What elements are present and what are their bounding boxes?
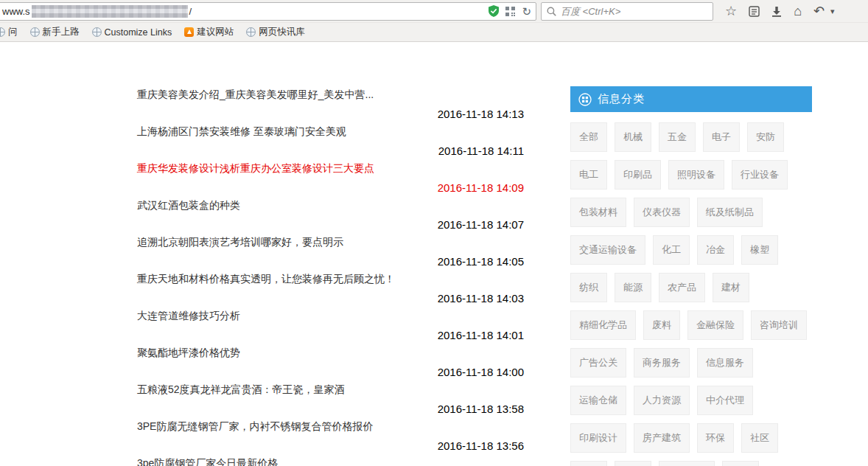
category-button[interactable]: 商务服务 [634,348,690,378]
browser-chrome: www.s / ↻ ☆ [0,0,868,42]
category-button[interactable]: 能源 [615,273,651,302]
bookmarks-bar-items: 问新手上路Customize Links建议网站网页快讯库 [0,22,868,41]
category-button[interactable]: 精细化学品 [570,310,636,340]
suggest-icon [184,27,194,37]
article-row: 武汉红酒包装盒的种类2016-11-18 14:07 [137,195,524,232]
article-title-link[interactable]: 五粮液52度真龙祥龙富贵酒：帝王瓷，皇家酒 [137,383,345,397]
globe-icon [246,27,256,37]
article-title-link[interactable]: 重庆天地和材料价格真实透明，让您装修再无后顾之忧！ [137,273,395,286]
search-icon [547,7,556,16]
bookmark-item[interactable]: 建议网站 [184,26,234,38]
category-button[interactable]: 印刷品 [615,160,661,189]
article-title-link[interactable]: 上海杨浦区门禁安装维修 至泰玻璃门安全美观 [137,125,346,139]
category-button[interactable]: 安防 [747,122,784,152]
category-button[interactable]: 电工 [570,160,607,189]
article-date: 2016-11-18 14:13 [438,108,524,120]
undo-arrow-icon[interactable]: ↶ [813,4,825,18]
article-date: 2016-11-18 14:09 [438,181,524,194]
category-button[interactable]: 信息服务 [697,348,753,378]
article-row: 重庆天地和材料价格真实透明，让您装修再无后顾之忧！2016-11-18 14:0… [137,268,524,305]
article-title-link[interactable]: 聚氨酯地坪漆价格优势 [137,347,240,360]
category-button[interactable]: 纺织 [570,273,607,302]
category-button[interactable]: 广告公关 [570,348,626,378]
category-button[interactable]: 维修 [615,461,651,466]
category-button[interactable]: 机械 [615,122,651,152]
category-button[interactable]: 印刷设计 [570,423,626,453]
downloads-icon[interactable] [771,6,782,17]
category-button[interactable]: 包装材料 [570,198,626,227]
category-button[interactable]: 仪表仪器 [634,198,690,227]
category-button[interactable]: 电子 [703,122,740,152]
bookmark-label: 建议网站 [197,26,234,38]
chevron-down-icon[interactable]: ▾ [830,7,835,16]
category-button[interactable]: 纸及纸制品 [697,198,763,227]
url-text-suffix: / [189,6,192,17]
article-row: 上海杨浦区门禁安装维修 至泰玻璃门安全美观2016-11-18 14:11 [137,121,524,158]
category-button[interactable]: 中介代理 [697,386,753,415]
article-title-link[interactable]: 追溯北京朝阳表演艺考培训哪家好，要点明示 [137,236,343,249]
category-button[interactable]: 照明设备 [668,160,724,189]
url-text-prefix: www.s [2,6,30,17]
home-icon[interactable]: ⌂ [794,4,802,18]
category-button[interactable]: 行业设备 [732,160,788,189]
article-row: 3PE防腐无缝钢管厂家，内衬不锈钢复合管价格报价2016-11-18 13:56 [137,416,524,453]
article-row: 3pe防腐钢管厂家今日最新价格 [137,453,524,466]
bookmark-star-icon[interactable]: ☆ [725,4,737,18]
category-button[interactable]: 冶金 [697,235,734,265]
category-button[interactable]: 环保 [697,423,734,453]
category-button[interactable]: 五金 [659,122,696,152]
url-blurred-region [32,5,188,18]
category-list: 全部机械五金电子安防电工印刷品照明设备行业设备包装材料仪表仪器纸及纸制品交通运输… [570,112,812,466]
article-row: 聚氨酯地坪漆价格优势2016-11-18 14:00 [137,342,524,379]
category-button[interactable]: 社区 [741,423,778,453]
category-sidebar: 信息分类 全部机械五金电子安防电工印刷品照明设备行业设备包装材料仪表仪器纸及纸制… [570,86,812,466]
category-button[interactable]: 农产品 [659,273,705,302]
bookmark-item[interactable]: 网页快讯库 [246,26,305,38]
article-date: 2016-11-18 14:03 [438,292,524,305]
category-button[interactable]: 橡塑 [741,235,778,265]
bookmark-item[interactable]: 新手上路 [30,26,80,38]
article-date: 2016-11-18 13:58 [438,403,524,415]
article-date: 2016-11-18 14:07 [438,218,524,231]
article-date: 2016-11-18 14:00 [438,366,524,378]
article-row: 重庆美容美发介绍_重庆美容美发哪里好_美发中营...2016-11-18 14:… [137,84,524,121]
bookmark-item[interactable]: 问 [0,26,18,38]
sidebar-header: 信息分类 [570,86,812,112]
article-title-link[interactable]: 武汉红酒包装盒的种类 [137,199,240,212]
article-title-link[interactable]: 3PE防腐无缝钢管厂家，内衬不锈钢复合管价格报价 [137,420,373,434]
category-button[interactable]: 金融保险 [687,310,743,340]
reading-list-icon[interactable] [749,6,760,17]
article-date: 2016-11-18 14:11 [438,145,524,157]
category-button[interactable]: 美发 [722,461,759,466]
category-button[interactable]: 家政 [570,461,607,466]
category-button[interactable]: 房产建筑 [634,423,690,453]
article-date: 2016-11-18 14:01 [438,329,524,341]
sidebar-title: 信息分类 [598,92,645,106]
address-bar[interactable]: www.s / ↻ [0,2,536,21]
article-date: 2016-11-18 14:05 [438,255,524,268]
category-button[interactable]: 咨询培训 [751,310,807,340]
article-title-link[interactable]: 3pe防腐钢管厂家今日最新价格 [137,457,278,466]
category-button[interactable]: 建材 [713,273,749,302]
qr-code-icon[interactable] [505,7,515,16]
article-list: 重庆美容美发介绍_重庆美容美发哪里好_美发中营...2016-11-18 14:… [137,84,524,466]
article-title-link[interactable]: 重庆美容美发介绍_重庆美容美发哪里好_美发中营... [137,88,374,102]
article-row: 追溯北京朝阳表演艺考培训哪家好，要点明示2016-11-18 14:05 [137,232,524,268]
article-title-link[interactable]: 大连管道维修技巧分析 [137,310,240,323]
article-title-link[interactable]: 重庆华发装修设计浅析重庆办公室装修设计三大要点 [137,162,374,175]
category-button[interactable]: 废料 [643,310,680,340]
category-button[interactable]: 化工 [653,235,690,265]
bookmark-label: 问 [8,26,18,38]
category-button[interactable]: 交通运输设备 [570,235,645,265]
category-button[interactable]: 运输仓储 [570,386,626,415]
search-box[interactable] [541,2,713,21]
bookmark-label: 新手上路 [43,26,80,38]
search-input[interactable] [561,6,707,17]
article-date: 2016-11-18 13:56 [438,439,524,452]
category-button[interactable]: 全部 [570,122,607,152]
category-button[interactable]: 人力资源 [634,386,690,415]
security-shield-icon[interactable] [489,5,499,17]
refresh-icon[interactable]: ↻ [522,6,531,17]
category-button[interactable]: 购物休闲 [659,461,715,466]
bookmark-item[interactable]: Customize Links [92,27,172,38]
